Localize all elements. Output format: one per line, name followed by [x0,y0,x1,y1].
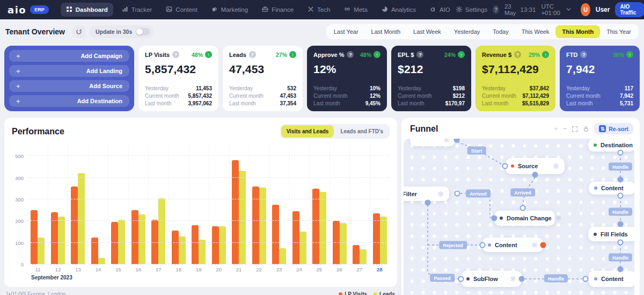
connection-port[interactable] [502,163,508,169]
bar-leads-day-23 [279,248,286,264]
range-button-yesterday[interactable]: Yesterday [448,25,487,38]
kpi-detail-rows: Yesterday$37,842Current month$7,112,429L… [482,85,549,106]
performance-title: Performance [12,127,64,136]
erp-badge: ERP [30,5,49,14]
kpi-detail-label: Yesterday [229,85,253,91]
add-destination-button[interactable]: +Add Destination [9,95,129,107]
lock-icon[interactable] [583,126,589,132]
connection-port[interactable] [480,242,486,248]
nav-item-aio[interactable]: AIO [425,3,456,17]
range-button-last-year[interactable]: Last Year [327,25,365,38]
connection-port[interactable] [618,240,624,246]
funnel-node-destination[interactable]: Destination [588,139,634,152]
connection-port[interactable] [618,150,624,156]
zoom-out-button[interactable]: − [563,125,567,133]
resort-button[interactable]: ⇅ Re-sort [594,123,633,134]
connection-port[interactable] [519,276,525,282]
nav-item-dashboard[interactable]: Dashboard [61,3,113,17]
gear-icon[interactable] [437,191,444,197]
help-icon[interactable]: ? [493,5,499,14]
range-button-today[interactable]: Today [486,25,515,38]
gridline [28,220,390,221]
x-axis: 111213141516171819202122232425262728 [28,264,390,274]
fit-view-icon[interactable] [572,126,578,132]
gear-icon[interactable] [510,276,516,282]
range-button-last-month[interactable]: Last Month [365,25,407,38]
nav-item-tracker[interactable]: Tracker [116,3,158,17]
funnel-node-filter[interactable]: Filter [404,186,449,201]
range-button-this-week[interactable]: This Week [515,25,556,38]
question-icon[interactable]: ? [172,51,179,58]
nav-item-tech[interactable]: Tech [302,3,335,17]
gridline [28,242,390,243]
range-button-this-year[interactable]: This Year [600,25,638,38]
question-icon[interactable]: ? [580,51,587,58]
gear-icon[interactable] [531,242,538,248]
dashboard-icon [66,6,72,13]
settings-button[interactable]: Settings [456,6,488,14]
gear-icon[interactable] [443,139,450,143]
question-icon[interactable]: ? [249,51,256,58]
app-logo[interactable]: aio ERP [8,4,49,16]
funnel-node-content-mid[interactable]: Content [482,238,543,252]
bar-group-day-21 [229,145,249,264]
kpi-detail-label: Current month [482,93,516,99]
auto-update-toggle[interactable] [136,28,150,35]
funnel-node-content-right-1[interactable]: Content [589,182,634,195]
node-type-dot [466,277,470,280]
question-icon[interactable]: ? [347,51,354,58]
toggle-visits-and-leads[interactable]: Visits and Leads [281,125,334,138]
connection-port[interactable] [520,205,526,211]
zoom-in-button[interactable]: + [554,125,558,133]
connection-port[interactable] [425,200,431,206]
connection-port[interactable] [618,221,624,227]
kpi-detail-label: Yesterday [145,85,169,91]
kpi-detail-row: Yesterday10% [313,85,380,91]
funnel-node-clipped-node[interactable] [410,139,455,146]
bar-group-day-20 [209,145,229,264]
kpi-trend-value: 48% [360,52,371,58]
kpi-value: 7,942 [566,63,633,76]
kpi-trend-value: 36% [613,52,624,58]
funnel-node-domain-change[interactable]: Domain Change [494,211,555,226]
connection-port[interactable] [618,267,624,272]
timezone-selector[interactable]: UTC +01:00 [541,3,572,16]
question-icon[interactable]: ? [514,51,521,58]
connection-port[interactable] [540,242,546,248]
edge-label-handle: Handle [544,275,568,283]
toggle-knob [136,28,143,35]
connection-port[interactable] [618,177,624,183]
gear-icon[interactable] [553,163,559,169]
nav-item-content[interactable]: Content [160,3,202,17]
add-source-button[interactable]: +Add Source [9,80,129,92]
bars [28,145,390,264]
connection-port[interactable] [618,193,624,199]
question-icon[interactable]: ? [416,51,423,58]
nav-item-analytics[interactable]: Analytics [376,3,421,17]
nav-item-meta[interactable]: Meta [339,3,373,17]
arrow-up-icon: ↑ [374,51,380,58]
connection-port[interactable] [583,276,589,282]
funnel-node-subflow[interactable]: SubFlow [461,271,522,287]
gear-icon[interactable] [555,215,562,221]
connection-port[interactable] [532,172,538,178]
nav-item-marketing[interactable]: Marketing [206,3,254,17]
bar-leads-day-18 [179,236,186,264]
kpi-card-header: Leads?27%↑ [229,51,296,58]
nav-item-finance[interactable]: Finance [257,3,299,17]
add-campaign-button[interactable]: +Add Campaign [9,50,129,62]
connection-port[interactable] [492,215,497,221]
funnel-node-content-right-2[interactable]: Content [589,271,634,287]
refresh-button[interactable] [72,25,85,38]
range-button-this-month[interactable]: This Month [555,25,600,38]
toggle-leads-and-ftd-s[interactable]: Leads and FTD's [335,125,389,138]
funnel-canvas[interactable]: FilterSourceDomain ChangeContentSubFlowD… [404,139,634,295]
add-landing-button[interactable]: +Add Landing [9,65,129,77]
connection-port[interactable] [458,276,464,282]
bar-group-day-23 [269,145,289,264]
connection-port[interactable] [455,191,460,197]
avatar[interactable]: U [581,3,590,16]
funnel-node-fill-fields[interactable]: Fill Fields [588,227,634,241]
range-button-last-week[interactable]: Last Week [407,25,448,38]
x-tick-label: 21 [229,267,248,272]
